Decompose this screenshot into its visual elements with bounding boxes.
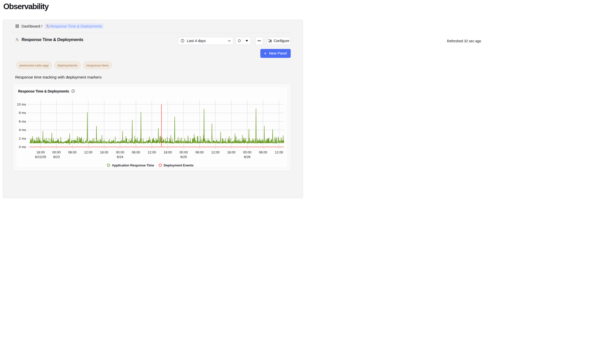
svg-text:0 ms: 0 ms	[19, 145, 26, 149]
svg-text:12:00: 12:00	[148, 150, 156, 154]
svg-text:6/22/25: 6/22/25	[35, 155, 46, 159]
svg-text:6/23: 6/23	[53, 155, 59, 159]
svg-text:12:00: 12:00	[275, 150, 283, 154]
svg-text:6 ms: 6 ms	[19, 120, 26, 123]
svg-text:18:00: 18:00	[227, 150, 235, 154]
svg-text:4 ms: 4 ms	[19, 128, 26, 132]
svg-text:6/24: 6/24	[117, 155, 123, 159]
svg-text:00:00: 00:00	[52, 150, 61, 154]
svg-text:06:00: 06:00	[132, 150, 140, 154]
svg-text:12:00: 12:00	[84, 150, 92, 154]
svg-text:6/26: 6/26	[244, 155, 250, 159]
svg-text:00:00: 00:00	[243, 150, 251, 154]
svg-text:00:00: 00:00	[179, 150, 188, 154]
svg-text:18:00: 18:00	[36, 150, 45, 154]
svg-text:12:00: 12:00	[211, 150, 219, 154]
svg-text:8 ms: 8 ms	[19, 111, 26, 115]
svg-text:6/25: 6/25	[180, 155, 187, 159]
svg-text:18:00: 18:00	[100, 150, 108, 154]
svg-text:06:00: 06:00	[259, 150, 267, 154]
svg-text:10 ms: 10 ms	[17, 102, 26, 106]
svg-text:2 ms: 2 ms	[19, 137, 26, 140]
svg-text:00:00: 00:00	[116, 150, 124, 154]
svg-text:06:00: 06:00	[68, 150, 77, 154]
svg-text:18:00: 18:00	[163, 150, 172, 154]
svg-text:06:00: 06:00	[195, 150, 204, 154]
